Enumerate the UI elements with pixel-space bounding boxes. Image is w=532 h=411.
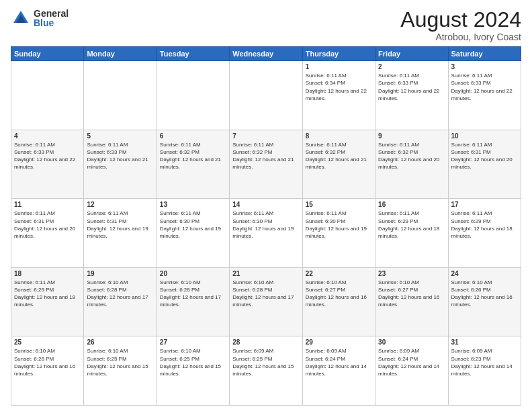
cell-3-0: 18Sunrise: 6:11 AM Sunset: 6:29 PM Dayli… bbox=[11, 267, 84, 336]
header-thursday: Thursday bbox=[302, 47, 375, 61]
cell-3-6: 24Sunrise: 6:10 AM Sunset: 6:26 PM Dayli… bbox=[448, 267, 521, 336]
cell-2-0: 11Sunrise: 6:11 AM Sunset: 6:31 PM Dayli… bbox=[11, 199, 84, 268]
cell-2-1: 12Sunrise: 6:11 AM Sunset: 6:31 PM Dayli… bbox=[84, 199, 157, 268]
logo-blue: Blue bbox=[34, 18, 69, 28]
title-section: August 2024 Atrobou, Ivory Coast bbox=[400, 8, 521, 42]
day-number-4-1: 26 bbox=[87, 338, 153, 346]
day-number-3-4: 22 bbox=[306, 270, 372, 277]
day-info-1-5: Sunrise: 6:11 AM Sunset: 6:32 PM Dayligh… bbox=[378, 141, 445, 171]
day-number-3-5: 23 bbox=[378, 270, 445, 277]
day-number-3-0: 18 bbox=[14, 270, 81, 277]
day-number-3-2: 20 bbox=[160, 270, 226, 277]
day-info-3-4: Sunrise: 6:10 AM Sunset: 6:27 PM Dayligh… bbox=[306, 279, 372, 309]
cell-4-6: 31Sunrise: 6:09 AM Sunset: 6:23 PM Dayli… bbox=[448, 336, 521, 406]
day-number-3-1: 19 bbox=[87, 270, 153, 277]
day-info-1-3: Sunrise: 6:11 AM Sunset: 6:32 PM Dayligh… bbox=[232, 141, 299, 171]
day-info-1-1: Sunrise: 6:11 AM Sunset: 6:33 PM Dayligh… bbox=[87, 141, 153, 171]
day-info-3-5: Sunrise: 6:10 AM Sunset: 6:27 PM Dayligh… bbox=[378, 279, 445, 309]
cell-0-2 bbox=[157, 61, 229, 130]
cell-4-1: 26Sunrise: 6:10 AM Sunset: 6:25 PM Dayli… bbox=[84, 336, 157, 406]
cell-4-0: 25Sunrise: 6:10 AM Sunset: 6:26 PM Dayli… bbox=[11, 336, 84, 406]
day-info-2-3: Sunrise: 6:11 AM Sunset: 6:30 PM Dayligh… bbox=[232, 210, 299, 240]
cell-0-3 bbox=[230, 61, 302, 130]
day-number-4-0: 25 bbox=[14, 338, 81, 346]
cell-2-4: 15Sunrise: 6:11 AM Sunset: 6:30 PM Dayli… bbox=[302, 199, 375, 268]
day-number-1-4: 8 bbox=[306, 132, 372, 140]
cell-2-5: 16Sunrise: 6:11 AM Sunset: 6:29 PM Dayli… bbox=[375, 199, 448, 268]
day-info-3-6: Sunrise: 6:10 AM Sunset: 6:26 PM Dayligh… bbox=[451, 279, 518, 309]
day-number-1-5: 9 bbox=[378, 132, 445, 140]
cell-1-2: 6Sunrise: 6:11 AM Sunset: 6:32 PM Daylig… bbox=[157, 130, 229, 199]
day-info-2-6: Sunrise: 6:11 AM Sunset: 6:29 PM Dayligh… bbox=[451, 210, 518, 240]
day-number-0-6: 3 bbox=[451, 63, 518, 71]
day-info-3-1: Sunrise: 6:10 AM Sunset: 6:28 PM Dayligh… bbox=[87, 279, 153, 309]
month-year: August 2024 bbox=[400, 8, 521, 32]
cell-4-4: 29Sunrise: 6:09 AM Sunset: 6:24 PM Dayli… bbox=[302, 336, 375, 406]
cell-0-1 bbox=[84, 61, 157, 130]
day-number-2-2: 13 bbox=[160, 201, 226, 208]
day-number-2-5: 16 bbox=[378, 201, 445, 208]
cell-1-5: 9Sunrise: 6:11 AM Sunset: 6:32 PM Daylig… bbox=[375, 130, 448, 199]
day-number-2-3: 14 bbox=[232, 201, 299, 208]
day-info-1-2: Sunrise: 6:11 AM Sunset: 6:32 PM Dayligh… bbox=[160, 141, 226, 171]
cell-2-2: 13Sunrise: 6:11 AM Sunset: 6:30 PM Dayli… bbox=[157, 199, 229, 268]
day-info-2-0: Sunrise: 6:11 AM Sunset: 6:31 PM Dayligh… bbox=[14, 210, 81, 240]
cell-3-3: 21Sunrise: 6:10 AM Sunset: 6:28 PM Dayli… bbox=[230, 267, 302, 336]
header-friday: Friday bbox=[375, 47, 448, 61]
cell-1-3: 7Sunrise: 6:11 AM Sunset: 6:32 PM Daylig… bbox=[230, 130, 302, 199]
day-number-0-4: 1 bbox=[306, 63, 372, 71]
header-row: SundayMondayTuesdayWednesdayThursdayFrid… bbox=[11, 47, 521, 61]
cell-2-3: 14Sunrise: 6:11 AM Sunset: 6:30 PM Dayli… bbox=[230, 199, 302, 268]
cell-3-5: 23Sunrise: 6:10 AM Sunset: 6:27 PM Dayli… bbox=[375, 267, 448, 336]
cell-3-4: 22Sunrise: 6:10 AM Sunset: 6:27 PM Dayli… bbox=[302, 267, 375, 336]
day-info-4-5: Sunrise: 6:09 AM Sunset: 6:24 PM Dayligh… bbox=[378, 347, 445, 377]
day-info-2-2: Sunrise: 6:11 AM Sunset: 6:30 PM Dayligh… bbox=[160, 210, 226, 240]
header-wednesday: Wednesday bbox=[230, 47, 302, 61]
cell-4-2: 27Sunrise: 6:10 AM Sunset: 6:25 PM Dayli… bbox=[157, 336, 229, 406]
cell-1-1: 5Sunrise: 6:11 AM Sunset: 6:33 PM Daylig… bbox=[84, 130, 157, 199]
day-number-3-3: 21 bbox=[232, 270, 299, 277]
calendar-page: General Blue August 2024 Atrobou, Ivory … bbox=[0, 0, 532, 411]
top-section: General Blue August 2024 Atrobou, Ivory … bbox=[11, 8, 521, 42]
day-number-1-6: 10 bbox=[451, 132, 518, 140]
day-number-4-2: 27 bbox=[160, 338, 226, 346]
week-row-3: 18Sunrise: 6:11 AM Sunset: 6:29 PM Dayli… bbox=[11, 267, 521, 336]
day-number-1-3: 7 bbox=[232, 132, 299, 140]
day-number-3-6: 24 bbox=[451, 270, 518, 277]
day-info-4-0: Sunrise: 6:10 AM Sunset: 6:26 PM Dayligh… bbox=[14, 347, 81, 377]
logo-text: General Blue bbox=[34, 9, 69, 28]
day-info-2-1: Sunrise: 6:11 AM Sunset: 6:31 PM Dayligh… bbox=[87, 210, 153, 240]
day-info-2-4: Sunrise: 6:11 AM Sunset: 6:30 PM Dayligh… bbox=[306, 210, 372, 240]
day-number-2-0: 11 bbox=[14, 201, 81, 208]
week-row-4: 25Sunrise: 6:10 AM Sunset: 6:26 PM Dayli… bbox=[11, 336, 521, 406]
day-info-0-6: Sunrise: 6:11 AM Sunset: 6:33 PM Dayligh… bbox=[451, 72, 518, 102]
day-number-4-6: 31 bbox=[451, 338, 518, 346]
cell-3-2: 20Sunrise: 6:10 AM Sunset: 6:28 PM Dayli… bbox=[157, 267, 229, 336]
day-number-0-5: 2 bbox=[378, 63, 445, 71]
day-info-3-0: Sunrise: 6:11 AM Sunset: 6:29 PM Dayligh… bbox=[14, 279, 81, 309]
day-number-2-4: 15 bbox=[306, 201, 372, 208]
week-row-1: 4Sunrise: 6:11 AM Sunset: 6:33 PM Daylig… bbox=[11, 130, 521, 199]
location: Atrobou, Ivory Coast bbox=[400, 32, 521, 42]
header-monday: Monday bbox=[84, 47, 157, 61]
day-info-1-0: Sunrise: 6:11 AM Sunset: 6:33 PM Dayligh… bbox=[14, 141, 81, 171]
day-number-2-1: 12 bbox=[87, 201, 153, 208]
day-number-4-4: 29 bbox=[306, 338, 372, 346]
cell-1-0: 4Sunrise: 6:11 AM Sunset: 6:33 PM Daylig… bbox=[11, 130, 84, 199]
day-number-1-2: 6 bbox=[160, 132, 226, 140]
cell-2-6: 17Sunrise: 6:11 AM Sunset: 6:29 PM Dayli… bbox=[448, 199, 521, 268]
day-info-4-6: Sunrise: 6:09 AM Sunset: 6:23 PM Dayligh… bbox=[451, 347, 518, 377]
day-info-3-3: Sunrise: 6:10 AM Sunset: 6:28 PM Dayligh… bbox=[232, 279, 299, 309]
cell-4-5: 30Sunrise: 6:09 AM Sunset: 6:24 PM Dayli… bbox=[375, 336, 448, 406]
cell-0-4: 1Sunrise: 6:11 AM Sunset: 6:34 PM Daylig… bbox=[302, 61, 375, 130]
day-info-1-4: Sunrise: 6:11 AM Sunset: 6:32 PM Dayligh… bbox=[306, 141, 372, 171]
header-saturday: Saturday bbox=[448, 47, 521, 61]
day-info-1-6: Sunrise: 6:11 AM Sunset: 6:31 PM Dayligh… bbox=[451, 141, 518, 171]
header-sunday: Sunday bbox=[11, 47, 84, 61]
calendar-table: SundayMondayTuesdayWednesdayThursdayFrid… bbox=[11, 46, 521, 406]
week-row-0: 1Sunrise: 6:11 AM Sunset: 6:34 PM Daylig… bbox=[11, 61, 521, 130]
day-info-0-5: Sunrise: 6:11 AM Sunset: 6:33 PM Dayligh… bbox=[378, 72, 445, 102]
week-row-2: 11Sunrise: 6:11 AM Sunset: 6:31 PM Dayli… bbox=[11, 199, 521, 268]
day-number-1-0: 4 bbox=[14, 132, 81, 140]
day-info-4-1: Sunrise: 6:10 AM Sunset: 6:25 PM Dayligh… bbox=[87, 347, 153, 377]
